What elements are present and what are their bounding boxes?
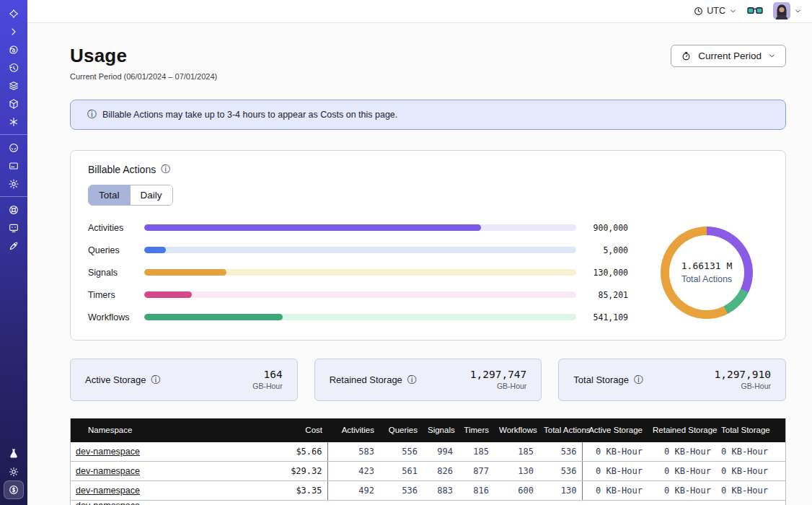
- table-cell: 994: [423, 442, 458, 462]
- asterisk-icon[interactable]: [4, 113, 24, 131]
- usage-gauge-icon[interactable]: [4, 139, 24, 157]
- storage-card: Active Storage ⓘ 164 GB-Hour: [70, 359, 298, 401]
- usage-table-wrap: NamespaceCostActivitiesQueriesSignalsTim…: [70, 418, 786, 505]
- storage-card-value: 164: [252, 369, 282, 380]
- period-select-button[interactable]: Current Period: [671, 45, 786, 67]
- bar-value: 5,000: [583, 245, 628, 255]
- billable-actions-title: Billable Actions: [88, 164, 156, 175]
- storage-card-unit: GB-Hour: [252, 382, 282, 390]
- info-icon[interactable]: ⓘ: [161, 164, 170, 174]
- topbar: UTC: [27, 0, 812, 23]
- bar-track: [144, 247, 576, 253]
- column-header: Total Storage: [716, 418, 785, 442]
- info-icon[interactable]: ⓘ: [634, 375, 643, 385]
- namespace-cell: dev-namespace: [71, 442, 251, 462]
- table-cell: $3.35: [251, 481, 327, 501]
- column-header: Cost: [251, 418, 327, 442]
- storage-summary-row: Active Storage ⓘ 164 GB-Hour Retained St…: [70, 359, 786, 401]
- namespace-cell: dev-namespace: [71, 462, 251, 481]
- namespace-link[interactable]: dev-namespace: [76, 447, 140, 457]
- column-header: Workflows: [494, 418, 539, 442]
- namespaces-spiral-icon[interactable]: [4, 40, 24, 58]
- column-header: Queries: [379, 418, 423, 442]
- storage-card-label: Retained Storage: [330, 374, 402, 385]
- bar-track: [144, 269, 576, 276]
- billing-card-icon[interactable]: [4, 157, 24, 175]
- stopwatch-icon: [681, 50, 692, 61]
- table-row: dev-namespace$3.354925368838166001300 KB…: [71, 481, 785, 501]
- table-cell: $5.66: [251, 442, 327, 462]
- getting-started-rocket-icon[interactable]: [4, 237, 24, 255]
- total-actions-donut: 1.66131 M Total Actions: [661, 227, 753, 319]
- donut-total-value: 1.66131 M: [681, 260, 732, 271]
- feedback-monitor-icon[interactable]: [4, 219, 24, 237]
- table-cell: $29.32: [251, 462, 327, 481]
- labs-flask-icon[interactable]: [4, 444, 24, 462]
- column-header: Timers: [458, 418, 494, 442]
- chevron-down-icon: [768, 52, 776, 60]
- theme-sun-icon[interactable]: [4, 462, 24, 480]
- temporal-logo-icon[interactable]: [4, 4, 24, 22]
- table-cell: 536: [379, 481, 423, 501]
- sidebar-divider: [0, 196, 27, 197]
- page-subtitle: Current Period (06/01/2024 – 07/01/2024): [70, 72, 217, 81]
- info-icon[interactable]: ⓘ: [151, 375, 161, 385]
- settings-gear-icon[interactable]: [4, 175, 24, 193]
- storage-card-unit: GB-Hour: [470, 382, 527, 390]
- bar-value: 130,000: [583, 268, 628, 278]
- table-row: dev-namespace$5.665835569941851855360 KB…: [71, 442, 785, 462]
- user-menu[interactable]: [773, 2, 802, 19]
- bar-value: 900,000: [583, 223, 628, 233]
- timezone-select[interactable]: UTC: [694, 6, 737, 16]
- bar-track: [144, 314, 576, 320]
- table-cell: 492: [327, 481, 379, 501]
- table-cell: 826: [423, 462, 458, 481]
- table-cell: 0 KB-Hour: [582, 442, 648, 462]
- goggles-icon[interactable]: [747, 4, 763, 17]
- column-header: Active Storage: [582, 418, 648, 442]
- avatar: [773, 2, 790, 19]
- tab-total[interactable]: Total: [89, 185, 130, 205]
- storage-card: Retained Storage ⓘ 1,297,747 GB-Hour: [314, 359, 542, 401]
- namespace-link[interactable]: dev-namespace: [76, 486, 140, 496]
- storage-card-value: 1,297,910: [714, 369, 771, 380]
- info-icon[interactable]: ⓘ: [407, 375, 417, 385]
- support-lifebuoy-icon[interactable]: [4, 201, 24, 219]
- bar-fill: [144, 291, 192, 298]
- namespace-cell: dev-namespace: [71, 481, 251, 501]
- main-area: UTC: [27, 0, 812, 505]
- page-title: Usage: [70, 45, 217, 67]
- table-cell: 0 KB-Hour: [648, 462, 716, 481]
- bar-label: Workflows: [88, 312, 137, 322]
- bar-row: Timers 85,201: [88, 290, 628, 300]
- bar-fill: [144, 269, 226, 276]
- info-icon: ⓘ: [87, 110, 97, 119]
- expand-sidebar-chevron-right-icon[interactable]: [4, 22, 24, 40]
- table-header-row: NamespaceCostActivitiesQueriesSignalsTim…: [71, 418, 785, 442]
- cube-icon[interactable]: [4, 95, 24, 113]
- table-cell: 423: [327, 462, 379, 481]
- usage-dollar-coin-icon[interactable]: [4, 480, 24, 499]
- table-cell: 583: [327, 442, 379, 462]
- table-cell: 556: [379, 442, 423, 462]
- bar-label: Queries: [88, 245, 137, 255]
- tab-daily[interactable]: Daily: [130, 185, 172, 205]
- namespace-link[interactable]: dev-namespace: [76, 501, 140, 505]
- namespace-link[interactable]: dev-namespace: [76, 466, 140, 476]
- table-cell: 536: [539, 442, 582, 462]
- timezone-label: UTC: [707, 6, 725, 16]
- bar-row: Queries 5,000: [88, 245, 628, 255]
- history-clock-icon[interactable]: [4, 58, 24, 76]
- table-cell: 130: [494, 462, 539, 481]
- bar-track: [144, 224, 576, 231]
- billable-bars-chart: Activities 900,000 Queries 5,000 Signals…: [88, 223, 628, 322]
- banner-text: Billable Actions may take up to 3-4 hour…: [102, 110, 397, 120]
- chevron-down-icon: [794, 7, 802, 15]
- table-cell: 883: [423, 481, 458, 501]
- layers-icon[interactable]: [4, 76, 24, 95]
- table-cell: 130: [539, 481, 582, 501]
- page-content: Usage Current Period (06/01/2024 – 07/01…: [27, 23, 812, 505]
- table-cell: 600: [494, 481, 539, 501]
- column-header: Activities: [327, 418, 379, 442]
- table-cell: 0 KB-Hour: [582, 481, 648, 501]
